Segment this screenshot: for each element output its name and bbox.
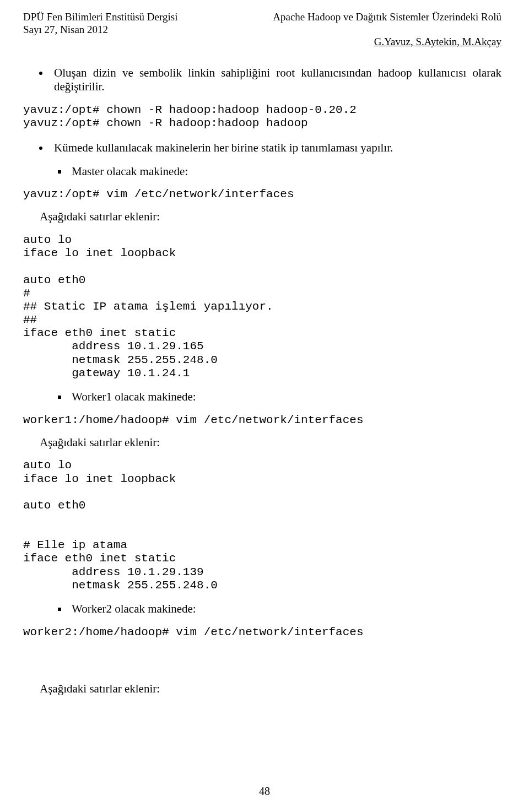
code-worker1-block: auto lo iface lo inet loopback auto eth0… [23,459,501,592]
header-right-line2: G.Yavuz, S.Aytekin, M.Akçay [374,36,501,48]
code-worker1-cmd: worker1:/home/hadoop# vim /etc/network/i… [23,414,501,427]
lines-added-label: Aşağıdaki satırlar eklenir: [40,682,501,696]
code-worker2-cmd: worker2:/home/hadoop# vim /etc/network/i… [23,626,501,639]
page-number: 48 [0,785,529,798]
code-master-cmd: yavuz:/opt# vim /etc/network/interfaces [23,188,501,201]
square-item-master: Master olacak makinede: [68,165,501,178]
code-master-block: auto lo iface lo inet loopback auto eth0… [23,234,501,380]
square-item-worker1: Worker1 olacak makinede: [68,390,501,404]
bullet-item: Kümede kullanılacak makinelerin her biri… [50,141,501,155]
page-body: Oluşan dizin ve sembolik linkin sahipliğ… [23,55,501,779]
code-chown: yavuz:/opt# chown -R hadoop:hadoop hadoo… [23,104,501,130]
bullet-item: Oluşan dizin ve sembolik linkin sahipliğ… [50,66,501,94]
header-right-line1: Apache Hadoop ve Dağıtık Sistemler Üzeri… [273,11,501,24]
header-left-line1: DPÜ Fen Bilimleri Enstitüsü Dergisi [23,11,177,24]
header-left-line2: Sayı 27, Nisan 2012 [23,24,108,36]
lines-added-label: Aşağıdaki satırlar eklenir: [40,210,501,224]
square-item-worker2: Worker2 olacak makinede: [68,602,501,616]
lines-added-label: Aşağıdaki satırlar eklenir: [40,436,501,450]
